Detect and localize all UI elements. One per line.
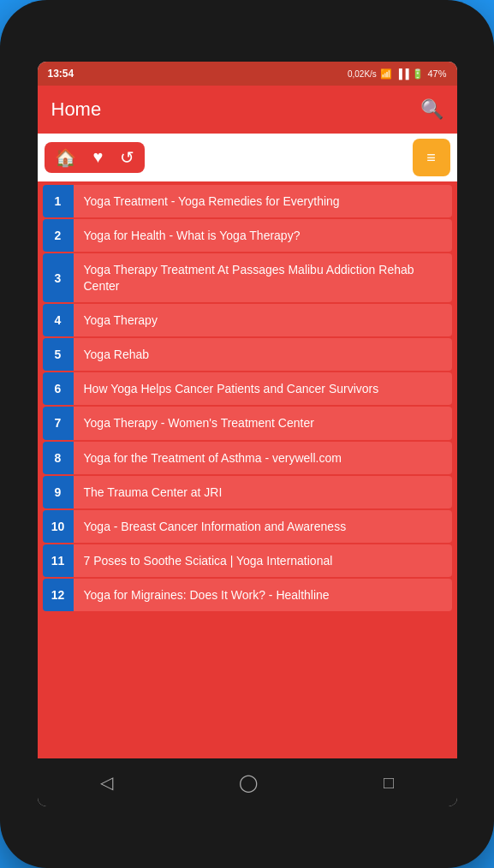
list-item-number: 9 xyxy=(43,476,74,508)
list-item-text: How Yoga Helps Cancer Patients and Cance… xyxy=(74,372,452,405)
list-item-number: 7 xyxy=(43,407,74,439)
menu-icon: ≡ xyxy=(426,149,436,167)
menu-button[interactable]: ≡ xyxy=(413,139,450,176)
list-item-text: Yoga Rehab xyxy=(74,338,452,371)
search-button[interactable]: 🔍 xyxy=(420,98,443,121)
list-item-number: 1 xyxy=(43,185,74,217)
list-item[interactable]: 4Yoga Therapy xyxy=(43,304,452,336)
list-item-text: Yoga Therapy xyxy=(74,304,452,336)
status-time: 13:54 xyxy=(48,68,74,80)
tab-group: 🏠 ♥ ↺ xyxy=(45,142,146,173)
tab-home[interactable]: 🏠 xyxy=(55,147,76,168)
list-item-number: 6 xyxy=(43,372,74,405)
phone-screen: 13:54 0,02K/s 📶 ▐▐ 🔋 47% Home 🔍 🏠 ♥ ↺ xyxy=(38,62,457,806)
wifi-icon: 📶 xyxy=(380,68,392,80)
list-item[interactable]: 117 Poses to Soothe Sciatica | Yoga Inte… xyxy=(43,544,452,577)
list-item[interactable]: 7Yoga Therapy - Women's Treatment Center xyxy=(43,407,452,439)
list-item-text: Yoga for Health - What is Yoga Therapy? xyxy=(74,219,452,252)
list-item[interactable]: 6How Yoga Helps Cancer Patients and Canc… xyxy=(43,372,452,405)
signal-icon: ▐▐ xyxy=(396,68,409,79)
list-item-text: 7 Poses to Soothe Sciatica | Yoga Intern… xyxy=(74,544,452,577)
status-bar: 13:54 0,02K/s 📶 ▐▐ 🔋 47% xyxy=(38,62,457,86)
network-speed: 0,02K/s xyxy=(348,69,377,79)
search-icon: 🔍 xyxy=(420,98,443,121)
list-item-text: The Trauma Center at JRI xyxy=(74,476,452,508)
app-header: Home 🔍 xyxy=(38,86,457,134)
list-item-number: 8 xyxy=(43,442,74,474)
list-item-text: Yoga Treatment - Yoga Remedies for Every… xyxy=(74,185,452,217)
list-item[interactable]: 2Yoga for Health - What is Yoga Therapy? xyxy=(43,219,452,252)
recent-button[interactable]: □ xyxy=(366,764,411,801)
list-item-text: Yoga for Migraines: Does It Work? - Heal… xyxy=(74,579,452,611)
page-title: Home xyxy=(51,98,102,121)
list-item[interactable]: 5Yoga Rehab xyxy=(43,338,452,371)
battery-percent: 47% xyxy=(427,68,446,79)
list-item[interactable]: 9The Trauma Center at JRI xyxy=(43,476,452,508)
list-item-text: Yoga for the Treatment of Asthma - veryw… xyxy=(74,442,452,474)
tab-history[interactable]: ↺ xyxy=(120,147,134,168)
list-item[interactable]: 1Yoga Treatment - Yoga Remedies for Ever… xyxy=(43,185,452,217)
list-item-text: Yoga Therapy Treatment At Passages Malib… xyxy=(74,253,452,301)
list-item[interactable]: 8Yoga for the Treatment of Asthma - very… xyxy=(43,442,452,474)
list-container: 1Yoga Treatment - Yoga Remedies for Ever… xyxy=(38,181,457,758)
list-item-text: Yoga - Breast Cancer Information and Awa… xyxy=(74,510,452,543)
status-right: 0,02K/s 📶 ▐▐ 🔋 47% xyxy=(348,68,447,80)
tab-bar: 🏠 ♥ ↺ ≡ xyxy=(38,134,457,181)
list-item[interactable]: 12Yoga for Migraines: Does It Work? - He… xyxy=(43,579,452,611)
back-button[interactable]: ◁ xyxy=(83,764,130,801)
list-item-number: 12 xyxy=(43,579,74,611)
home-button[interactable]: ◯ xyxy=(222,764,275,801)
list-item-number: 3 xyxy=(43,253,74,301)
battery-icon: 🔋 xyxy=(412,68,424,80)
list-item-number: 2 xyxy=(43,219,74,252)
list-item-text: Yoga Therapy - Women's Treatment Center xyxy=(74,407,452,439)
nav-bar: ◁ ◯ □ xyxy=(38,758,457,806)
list-item-number: 5 xyxy=(43,338,74,371)
list-item[interactable]: 10Yoga - Breast Cancer Information and A… xyxy=(43,510,452,543)
list-item-number: 4 xyxy=(43,304,74,336)
tab-favorites[interactable]: ♥ xyxy=(93,147,104,168)
list-item[interactable]: 3Yoga Therapy Treatment At Passages Mali… xyxy=(43,253,452,301)
list-item-number: 10 xyxy=(43,510,74,543)
phone-frame: 13:54 0,02K/s 📶 ▐▐ 🔋 47% Home 🔍 🏠 ♥ ↺ xyxy=(0,0,494,868)
list-item-number: 11 xyxy=(43,544,74,577)
